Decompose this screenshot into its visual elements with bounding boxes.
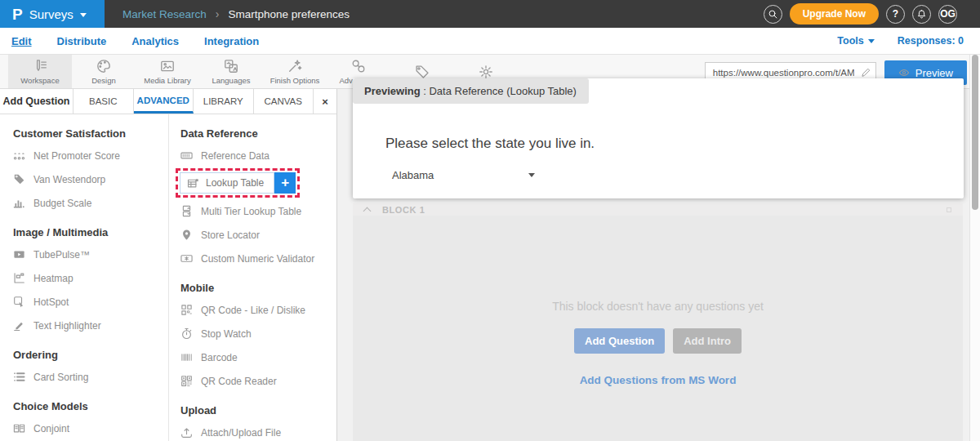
caret-down-icon — [80, 13, 87, 17]
toolbar-media-library[interactable]: Media Library — [136, 55, 199, 88]
upload-icon — [180, 426, 193, 439]
block-action-icon[interactable] — [947, 207, 951, 212]
question-type-heatmap[interactable]: Heatmap — [13, 266, 168, 290]
block-buttons: Add Question Add Intro — [353, 328, 963, 354]
toolbar-label: Design — [91, 76, 116, 85]
menu-integration[interactable]: Integration — [204, 35, 259, 47]
tab-canvas[interactable]: CANVAS — [254, 89, 314, 114]
question-type-net-promoter-score[interactable]: Net Promoter Score — [13, 144, 168, 167]
add-question-tab[interactable]: Add Question — [0, 89, 74, 114]
search-icon — [768, 9, 778, 20]
tab-advanced[interactable]: ADVANCED — [134, 89, 194, 114]
lookup-table-icon — [187, 177, 199, 189]
menu-edit[interactable]: Edit — [11, 35, 32, 47]
toolbar-design[interactable]: Design — [72, 55, 136, 88]
item-label: Van Westendorp — [33, 174, 105, 185]
edit-url-icon[interactable] — [861, 67, 871, 78]
state-dropdown-value: Alabama — [392, 169, 434, 181]
text-highlighter-icon — [13, 319, 25, 332]
item-label: Stop Watch — [201, 328, 252, 340]
breadcrumb-folder[interactable]: Market Research — [122, 8, 207, 20]
breadcrumb-separator: › — [216, 7, 220, 20]
design-icon — [96, 59, 111, 74]
highlighted-lookup-table[interactable]: Lookup Table+ — [176, 168, 300, 198]
toolbar-workspace[interactable]: Workspace — [8, 55, 72, 88]
tab-basic[interactable]: BASIC — [74, 89, 134, 114]
previewing-label: Previewing — [364, 85, 421, 97]
question-type-custom-numeric-validator[interactable]: Custom Numeric Validator — [180, 247, 336, 270]
question-type-van-westendorp[interactable]: Van Westendorp — [13, 167, 168, 191]
question-type-reference-data[interactable]: Reference Data — [180, 144, 336, 167]
menu-analytics[interactable]: Analytics — [131, 35, 179, 47]
topbar: P Surveys Market Research › Smartphone p… — [0, 0, 980, 28]
item-label: Text Highlighter — [33, 320, 101, 332]
card-sorting-icon — [13, 371, 25, 383]
item-label: Reference Data — [201, 150, 270, 162]
budget-scale-icon — [13, 197, 25, 209]
collapse-block-icon[interactable] — [363, 207, 372, 215]
question-type-multi-tier-lookup-table[interactable]: Multi Tier Lookup Table — [180, 199, 336, 223]
upgrade-now-button[interactable]: Upgrade Now — [790, 3, 879, 24]
tab-library[interactable]: LIBRARY — [194, 89, 254, 114]
question-type-stop-watch[interactable]: Stop Watch — [180, 322, 336, 345]
question-type-tubepulse[interactable]: TubePulse™ — [13, 243, 168, 266]
bell-icon — [916, 9, 927, 20]
toolbar-languages[interactable]: Languages — [199, 55, 263, 88]
reference-data-icon — [180, 149, 193, 162]
panel-columns: Customer SatisfactionNet Promoter ScoreV… — [0, 114, 336, 441]
avatar[interactable]: OG — [938, 5, 957, 24]
toolbar-finish-options[interactable]: Finish Options — [263, 55, 327, 88]
item-label: Budget Scale — [33, 198, 91, 209]
notifications-button[interactable] — [912, 5, 931, 24]
topbar-actions: Upgrade Now ? OG — [764, 0, 980, 28]
product-name: Surveys — [29, 7, 74, 21]
workspace-icon — [33, 59, 47, 74]
search-button[interactable] — [764, 5, 782, 24]
menubar: EditDistributeAnalyticsIntegration Tools… — [0, 28, 980, 55]
product-switcher[interactable]: P Surveys — [0, 0, 105, 28]
question-type-store-locator[interactable]: Store Locator — [180, 223, 336, 247]
add-lookup-table-button[interactable]: + — [274, 172, 296, 194]
lookup-table-button[interactable]: Lookup Table — [180, 172, 274, 194]
help-button[interactable]: ? — [886, 5, 905, 24]
price-tag-icon — [13, 173, 25, 185]
close-panel-button[interactable]: × — [314, 89, 336, 114]
multi-tier-lookup-icon — [180, 205, 193, 217]
block-body: This block doesn't have any questions ye… — [353, 216, 963, 441]
scrollbar-thumb[interactable] — [972, 55, 978, 210]
state-dropdown[interactable]: Alabama — [392, 169, 535, 181]
section-header-mobile: Mobile — [180, 282, 336, 294]
section-header-ordering: Ordering — [13, 349, 168, 361]
item-label: Net Promoter Score — [33, 150, 120, 162]
question-type-text-highlighter[interactable]: Text Highlighter — [13, 314, 168, 337]
panel-tabs: BASICADVANCEDLIBRARYCANVAS — [74, 89, 314, 114]
qr-code-icon — [180, 304, 193, 316]
question-type-budget-scale[interactable]: Budget Scale — [13, 191, 168, 215]
section-header-data-reference: Data Reference — [180, 127, 336, 140]
section-header-customer-satisfaction: Customer Satisfaction — [13, 127, 168, 140]
item-label: QR Code Reader — [201, 376, 277, 387]
question-type-qr-code-reader[interactable]: QR Code Reader — [180, 369, 336, 393]
stopwatch-icon — [180, 327, 193, 340]
question-type-attach-upload-file[interactable]: Attach/Upload File — [180, 421, 336, 441]
item-label: HotSpot — [33, 296, 69, 308]
responses-count[interactable]: Responses: 0 — [898, 35, 964, 47]
add-intro-button[interactable]: Add Intro — [673, 328, 742, 354]
question-type-conjoint[interactable]: Conjoint — [13, 416, 168, 440]
question-type-barcode[interactable]: Barcode — [180, 345, 336, 369]
tools-menu[interactable]: Tools — [837, 35, 874, 47]
tools-label: Tools — [837, 35, 863, 47]
add-questions-ms-word-link[interactable]: Add Questions from MS Word — [353, 374, 963, 386]
preview-label: Preview — [915, 67, 953, 79]
question-type-hotspot[interactable]: HotSpot — [13, 290, 168, 314]
question-type-qr-code-like-dislike[interactable]: QR Code - Like / Dislike — [180, 298, 336, 322]
video-icon — [13, 248, 25, 261]
barcode-icon — [180, 351, 193, 363]
caret-down-icon — [868, 39, 875, 43]
scrollbar-track[interactable] — [969, 55, 980, 441]
add-question-button[interactable]: Add Question — [574, 328, 665, 354]
question-type-card-sorting[interactable]: Card Sorting — [13, 365, 168, 389]
advance-options-icon — [351, 59, 366, 74]
finish-options-icon — [287, 59, 302, 74]
menu-distribute[interactable]: Distribute — [57, 35, 107, 47]
